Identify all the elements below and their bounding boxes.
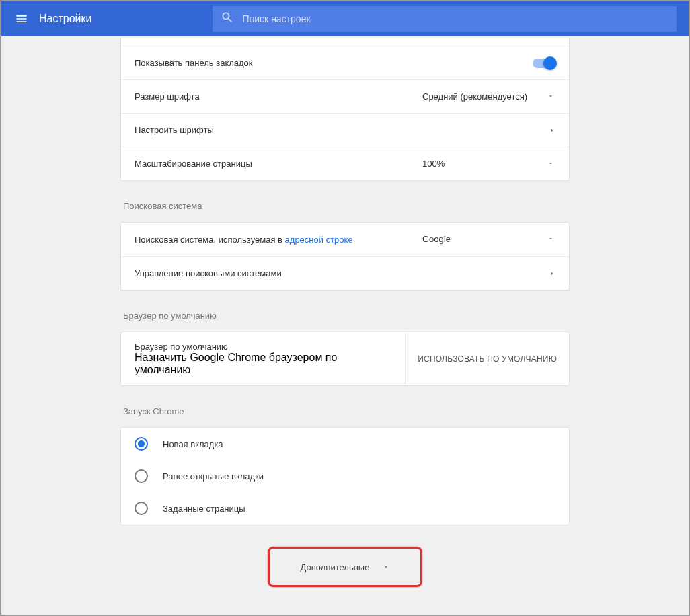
bookmarks-bar-row: Показывать панель закладок bbox=[121, 46, 569, 79]
customize-fonts-label: Настроить шрифты bbox=[135, 125, 549, 135]
radio-icon[interactable] bbox=[135, 469, 148, 483]
manage-search-engines-row[interactable]: Управление поисковыми системами bbox=[121, 256, 569, 290]
startup-option-newtab[interactable]: Новая вкладка bbox=[121, 428, 569, 460]
appearance-card: Показывать панель закладок Размер шрифта… bbox=[120, 38, 570, 181]
font-size-value: Средний (рекомендуется) bbox=[422, 91, 527, 102]
page-title: Настройки bbox=[39, 13, 91, 25]
startup-card: Новая вкладка Ранее открытые вкладки Зад… bbox=[120, 427, 570, 525]
search-input[interactable] bbox=[242, 13, 668, 24]
search-engine-row: Поисковая система, используемая в адресн… bbox=[121, 223, 569, 256]
startup-option-specific[interactable]: Заданные страницы bbox=[121, 492, 569, 525]
advanced-button[interactable]: Дополнительные bbox=[268, 547, 423, 587]
manage-search-engines-label: Управление поисковыми системами bbox=[135, 268, 549, 278]
search-bar[interactable] bbox=[213, 6, 677, 32]
font-size-row: Размер шрифта Средний (рекомендуется) bbox=[121, 79, 569, 113]
app-header: Настройки bbox=[1, 1, 689, 36]
startup-option-label: Заданные страницы bbox=[163, 504, 245, 514]
caret-down-icon bbox=[547, 91, 554, 102]
default-browser-sub: Назначить Google Chrome браузером по умо… bbox=[135, 352, 391, 376]
caret-down-icon bbox=[383, 561, 389, 573]
font-size-label: Размер шрифта bbox=[135, 91, 421, 102]
font-size-select[interactable]: Средний (рекомендуется) bbox=[421, 87, 555, 106]
default-browser-info: Браузер по умолчанию Назначить Google Ch… bbox=[121, 332, 405, 385]
startup-section-title: Запуск Chrome bbox=[123, 406, 570, 416]
page-zoom-select[interactable]: 100% bbox=[421, 155, 555, 174]
advanced-label: Дополнительные bbox=[301, 562, 370, 572]
startup-option-label: Ранее открытые вкладки bbox=[163, 471, 264, 482]
page-zoom-label: Масштабирование страницы bbox=[135, 159, 421, 169]
cutoff-row bbox=[121, 38, 569, 46]
search-engine-label: Поисковая система, используемая в адресн… bbox=[135, 235, 421, 245]
page-zoom-row: Масштабирование страницы 100% bbox=[121, 147, 569, 180]
startup-option-label: Новая вкладка bbox=[163, 439, 223, 449]
search-engine-value: Google bbox=[422, 234, 451, 244]
search-engine-card: Поисковая система, используемая в адресн… bbox=[120, 222, 570, 291]
bookmarks-bar-label: Показывать панель закладок bbox=[135, 58, 533, 68]
caret-down-icon bbox=[547, 234, 554, 244]
radio-icon[interactable] bbox=[135, 502, 148, 515]
default-browser-section-title: Браузер по умолчанию bbox=[123, 311, 570, 321]
set-default-button[interactable]: ИСПОЛЬЗОВАТЬ ПО УМОЛЧАНИЮ bbox=[418, 354, 557, 364]
chevron-right-icon bbox=[549, 268, 555, 280]
search-engine-select[interactable]: Google bbox=[421, 230, 555, 249]
default-browser-title: Браузер по умолчанию bbox=[135, 342, 391, 352]
menu-icon[interactable] bbox=[9, 7, 34, 31]
bookmarks-bar-toggle[interactable] bbox=[533, 59, 555, 68]
search-engine-section-title: Поисковая система bbox=[123, 201, 570, 211]
default-browser-card: Браузер по умолчанию Назначить Google Ch… bbox=[120, 332, 570, 386]
caret-down-icon bbox=[547, 159, 554, 169]
address-bar-link[interactable]: адресной строке bbox=[285, 235, 353, 245]
search-icon bbox=[221, 11, 234, 27]
startup-option-continue[interactable]: Ранее открытые вкладки bbox=[121, 460, 569, 492]
page-zoom-value: 100% bbox=[422, 159, 445, 169]
chevron-right-icon bbox=[549, 124, 555, 137]
radio-icon[interactable] bbox=[135, 437, 148, 451]
customize-fonts-row[interactable]: Настроить шрифты bbox=[121, 113, 569, 147]
